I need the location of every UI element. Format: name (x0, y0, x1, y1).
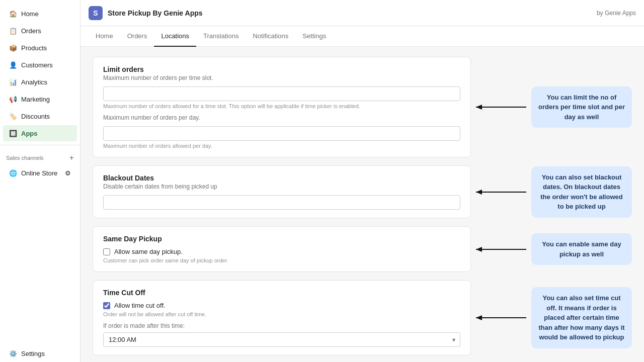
same-day-pickup-title: Same Day Pickup (103, 235, 460, 243)
marketing-icon: 📢 (9, 95, 17, 103)
products-icon: 📦 (9, 44, 17, 52)
topbar: S Store Pickup By Genie Apps by Genie Ap… (80, 0, 644, 26)
same-day-pickup-checkbox[interactable] (103, 248, 110, 255)
sidebar-item-orders[interactable]: 📋 Orders (3, 23, 77, 39)
svg-marker-5 (476, 247, 482, 252)
tab-notifications[interactable]: Notifications (246, 26, 295, 47)
online-store-settings-icon[interactable]: ⚙ (65, 169, 71, 177)
orders-icon: 📋 (9, 27, 17, 35)
blackout-dates-bubble: You can also set blackout dates. On blac… (531, 166, 632, 218)
same-day-pickup-arrow (471, 244, 531, 254)
time-cut-off-card: Time Cut Off Allow time cut off. Order w… (93, 280, 471, 355)
sidebar-item-home[interactable]: 🏠 Home (3, 6, 77, 22)
sales-channels-label: Sales channels + (0, 148, 80, 164)
blackout-dates-arrow (471, 187, 531, 197)
if-order-label: If order is made after this time: (103, 322, 460, 329)
blackout-dates-annotation: You can also set blackout dates. On blac… (471, 166, 632, 218)
topbar-by: by Genie Apps (597, 10, 636, 17)
same-day-pickup-annotation: You can enable same day pickup as well (471, 233, 632, 265)
time-cut-off-row: Time Cut Off Allow time cut off. Order w… (93, 280, 632, 355)
limit-orders-annotation: You can limit the no of orders per time … (471, 86, 632, 128)
app-icon: S (89, 6, 103, 20)
time-cut-off-hint: Order will not be allowed after cut off … (103, 311, 460, 317)
limit-orders-title: Limit orders (103, 65, 460, 73)
tab-locations[interactable]: Locations (154, 26, 196, 47)
blackout-dates-row: Blackout Dates Disable certain dates fro… (93, 165, 632, 218)
tab-navigation: Home Orders Locations Translations Notif… (80, 26, 644, 47)
sidebar-item-discounts[interactable]: 🏷️ Discounts (3, 108, 77, 124)
sidebar: 🏠 Home 📋 Orders 📦 Products 👤 Customers 📊… (0, 0, 80, 362)
limit-orders-timeslot-hint: Maximum number of orders allowed for a t… (103, 103, 460, 109)
analytics-icon: 📊 (9, 78, 17, 86)
blackout-dates-title: Blackout Dates (103, 174, 460, 182)
tab-translations[interactable]: Translations (196, 26, 246, 47)
same-day-pickup-checkbox-label[interactable]: Allow same day pickup. (114, 248, 183, 255)
limit-orders-arrow (471, 102, 531, 112)
same-day-pickup-row: Same Day Pickup Allow same day pickup. C… (93, 226, 632, 272)
time-cut-off-annotation: You can also set time cut off. It means … (471, 287, 632, 348)
time-cut-off-select[interactable]: 12:00 AM 1:00 AM 2:00 AM 12:00 PM (103, 332, 460, 347)
same-day-pickup-checkbox-row: Allow same day pickup. (103, 248, 460, 255)
time-cut-off-checkbox[interactable] (103, 302, 110, 309)
add-channel-icon[interactable]: + (69, 153, 74, 162)
same-day-pickup-card: Same Day Pickup Allow same day pickup. C… (93, 226, 471, 272)
time-cut-off-bubble: You can also set time cut off. It means … (531, 287, 632, 348)
limit-orders-row: Limit orders Maximum number of orders pe… (93, 57, 632, 157)
limit-orders-timeslot-input[interactable] (103, 86, 460, 101)
main-content: S Store Pickup By Genie Apps by Genie Ap… (80, 0, 644, 362)
same-day-pickup-hint: Customer can pick order same day of pick… (103, 257, 460, 263)
tab-home[interactable]: Home (89, 26, 120, 47)
time-cut-off-arrow (471, 313, 531, 323)
time-cut-off-checkbox-row: Allow time cut off. (103, 302, 460, 309)
sidebar-item-analytics[interactable]: 📊 Analytics (3, 74, 77, 90)
blackout-dates-input[interactable] (103, 195, 460, 210)
tab-orders[interactable]: Orders (120, 26, 154, 47)
svg-marker-3 (476, 190, 482, 195)
same-day-pickup-bubble: You can enable same day pickup as well (531, 233, 632, 265)
time-cut-off-title: Time Cut Off (103, 289, 460, 297)
settings-icon: ⚙️ (9, 349, 17, 357)
sidebar-item-customers[interactable]: 👤 Customers (3, 57, 77, 73)
svg-marker-7 (476, 315, 482, 320)
limit-orders-day-label: Maximum number of orders per day. (103, 114, 460, 121)
tab-settings[interactable]: Settings (295, 26, 333, 47)
limit-orders-bubble: You can limit the no of orders per time … (531, 86, 632, 128)
blackout-dates-subtitle: Disable certain dates from being picked … (103, 183, 460, 190)
content-area: Limit orders Maximum number of orders pe… (80, 47, 644, 362)
home-icon: 🏠 (9, 10, 17, 18)
sidebar-item-products[interactable]: 📦 Products (3, 40, 77, 56)
sidebar-item-marketing[interactable]: 📢 Marketing (3, 91, 77, 107)
blackout-dates-card: Blackout Dates Disable certain dates fro… (93, 165, 471, 218)
sidebar-item-apps[interactable]: 🔲 Apps (3, 125, 77, 141)
limit-orders-subtitle: Maximum number of orders per time slot. (103, 74, 460, 81)
content-wrapper: Limit orders Maximum number of orders pe… (93, 57, 632, 352)
svg-marker-1 (476, 105, 482, 110)
limit-orders-day-hint: Maximum number of orders allowed per day… (103, 143, 460, 149)
customers-icon: 👤 (9, 61, 17, 69)
time-select-wrapper: 12:00 AM 1:00 AM 2:00 AM 12:00 PM (103, 332, 460, 347)
discounts-icon: 🏷️ (9, 112, 17, 120)
apps-icon: 🔲 (9, 129, 17, 137)
limit-orders-day-input[interactable] (103, 126, 460, 141)
limit-orders-card: Limit orders Maximum number of orders pe… (93, 57, 471, 157)
online-store-icon: 🌐 (9, 169, 17, 177)
sidebar-item-settings[interactable]: ⚙️ Settings (3, 345, 77, 361)
time-cut-off-checkbox-label[interactable]: Allow time cut off. (114, 302, 166, 309)
sidebar-item-online-store[interactable]: 🌐 Online Store ⚙ (3, 165, 77, 181)
app-title: Store Pickup By Genie Apps (108, 9, 203, 17)
